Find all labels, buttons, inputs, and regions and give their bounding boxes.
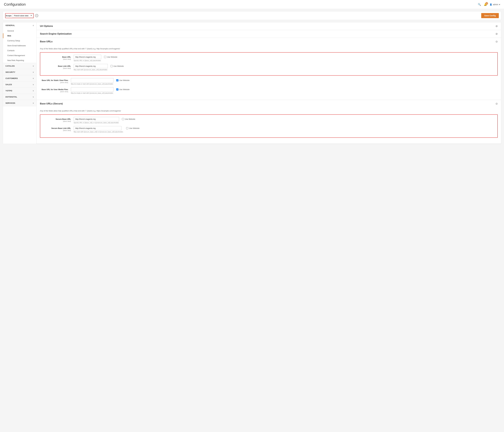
field-hint-base-link-url: May start with {{unsecure_base_url}} pla… — [74, 69, 108, 71]
section-toggle-base-urls[interactable]: ⊙ — [495, 40, 498, 43]
field-row-secure-base-url: Secure Base URL[store view]Specify URL o… — [43, 117, 495, 123]
sidebar-section-header-customers[interactable]: CUSTOMERS∨ — [3, 75, 36, 81]
field-label-base-url: Base URL[store view] — [43, 55, 74, 60]
config-section-base-urls: Base URLs⊙Any of the fields allow fully … — [36, 38, 501, 100]
content-area: Url Options⊘Search Engine Optimization⊘B… — [36, 22, 501, 144]
help-icon[interactable]: ? — [35, 14, 38, 17]
sidebar-section-label-customers: CUSTOMERS — [6, 77, 18, 79]
field-input-secure-base-link-url[interactable] — [74, 126, 122, 130]
field-label-sub-base-url: [store view] — [43, 58, 71, 60]
sidebar-section-header-catalog[interactable]: CATALOG∨ — [3, 63, 36, 69]
field-hint-secure-base-url: Specify URL or {{base_url}}, or {{unsecu… — [74, 122, 119, 123]
search-icon[interactable]: 🔍 — [478, 3, 481, 6]
sidebar-item-new-relic-item[interactable]: New Relic Reporting — [3, 58, 36, 63]
sidebar-section-chevron-customers: ∨ — [33, 78, 34, 79]
field-row-base-url-static: Base URL for Static View Files[store vie… — [40, 78, 498, 85]
field-control-base-link-url: May start with {{unsecure_base_url}} pla… — [74, 64, 127, 71]
sidebar-section-label-security: SECURITY — [6, 71, 15, 73]
sidebar-section-chevron-general: ∧ — [33, 25, 34, 26]
field-input-base-url-static[interactable] — [71, 78, 114, 82]
field-label-main-secure-base-url: Secure Base URL — [43, 118, 71, 120]
config-section-header-seo[interactable]: Search Engine Optimization⊘ — [36, 30, 501, 38]
sidebar-section-yotpo: YOTPO∨ — [3, 88, 36, 94]
field-control-base-url-static: May be empty or start with {{unsecure_ba… — [71, 78, 133, 85]
field-checkbox-base-url-static[interactable] — [116, 79, 118, 81]
field-input-base-url-media[interactable] — [71, 87, 114, 92]
header-actions: 🔍 🔔 10 👤 admin ▾ — [478, 3, 500, 6]
scope-label: Scope: — [6, 15, 12, 17]
section-desc-base-urls-secure: Any of the fields allow fully qualified … — [40, 110, 498, 112]
field-input-base-link-url[interactable] — [74, 64, 108, 68]
sidebar-section-header-sales[interactable]: SALES∨ — [3, 81, 36, 88]
field-checkbox-base-link-url[interactable] — [110, 65, 113, 67]
field-label-sub-secure-base-url: [store view] — [43, 120, 71, 122]
field-control-base-url: Specify URL or {{base_url}} placeholder.… — [74, 55, 121, 62]
field-checkbox-label-base-url: Use Website — [107, 56, 117, 58]
field-label-base-link-url: Base Link URL[store view] — [43, 64, 74, 69]
sidebar-item-general-item[interactable]: General — [3, 28, 36, 33]
red-border-group-base-urls-secure: Secure Base URL[store view]Specify URL o… — [40, 115, 498, 138]
field-input-secure-base-url[interactable] — [74, 117, 119, 121]
section-toggle-url-options[interactable]: ⊘ — [495, 25, 498, 28]
sidebar-item-web-item[interactable]: Web — [3, 33, 36, 38]
admin-chevron-icon: ▾ — [499, 3, 500, 6]
config-section-header-base-urls-secure[interactable]: Base URLs (Secure)⊙ — [36, 100, 501, 107]
field-label-secure-base-url: Secure Base URL[store view] — [43, 117, 74, 122]
sidebar-section-chevron-services: ∨ — [33, 102, 34, 104]
field-control-base-url-media: May be empty or start with {{unsecure_ba… — [71, 87, 133, 94]
sidebar-item-contacts-item[interactable]: Contacts — [3, 48, 36, 53]
section-toggle-base-urls-secure[interactable]: ⊙ — [495, 102, 498, 105]
field-checkbox-secure-base-link-url[interactable] — [126, 127, 128, 129]
config-section-header-url-options[interactable]: Url Options⊘ — [36, 22, 501, 30]
field-checkbox-base-url[interactable] — [104, 56, 106, 58]
field-checkbox-base-url-media[interactable] — [116, 88, 118, 90]
sidebar-section-sales: SALES∨ — [3, 81, 36, 88]
save-config-button[interactable]: Save Config — [481, 13, 499, 18]
section-body-base-urls: Any of the fields allow fully qualified … — [36, 45, 501, 100]
sidebar-section-label-dotdigital: DOTDIGITAL — [6, 96, 17, 98]
admin-user-menu[interactable]: 👤 admin ▾ — [490, 3, 500, 6]
notification-count: 10 — [486, 2, 488, 5]
field-label-base-url-media: Base URL for User Media Files[store view… — [40, 87, 71, 92]
field-control-secure-base-url: Specify URL or {{base_url}}, or {{unsecu… — [74, 117, 139, 123]
sidebar-section-header-general[interactable]: GENERAL∧ — [3, 22, 36, 28]
field-hint-base-url-static: May be empty or start with {{unsecure_ba… — [71, 83, 114, 85]
sidebar-item-store-email-item[interactable]: Store Email Addresses — [3, 43, 36, 48]
field-input-base-url[interactable] — [74, 55, 101, 59]
notification-bell[interactable]: 🔔 10 — [484, 3, 487, 6]
config-section-title-base-urls: Base URLs — [40, 40, 53, 43]
field-label-main-secure-base-link-url: Secure Base Link URL — [43, 127, 71, 129]
red-border-group-base-urls: Base URL[store view]Specify URL or {{bas… — [40, 52, 498, 76]
sidebar-item-content-management-item[interactable]: Content Management — [3, 53, 36, 58]
scope-bar: Scope: French store view Default Store V… — [3, 11, 501, 20]
field-checkbox-label-base-link-url: Use Website — [114, 65, 124, 67]
field-label-sub-base-link-url: [store view] — [43, 67, 71, 69]
page-title: Configuration — [4, 2, 26, 7]
sidebar-section-header-services[interactable]: SERVICES∨ — [3, 100, 36, 106]
sidebar-section-label-sales: SALES — [6, 83, 12, 86]
section-toggle-seo[interactable]: ⊘ — [495, 32, 498, 35]
sidebar-section-header-yotpo[interactable]: YOTPO∨ — [3, 88, 36, 94]
field-row-secure-base-link-url: Secure Base Link URL[store view]May star… — [43, 126, 495, 133]
field-control-secure-base-link-url: May start with {{secure_base_url}} or {{… — [74, 126, 143, 133]
config-section-title-seo: Search Engine Optimization — [40, 33, 72, 35]
field-checkbox-row-base-url: Use Website — [103, 55, 121, 58]
field-checkbox-label-secure-base-url: Use Website — [125, 118, 135, 120]
sidebar-section-header-security[interactable]: SECURITY∨ — [3, 69, 36, 75]
config-section-base-urls-secure: Base URLs (Secure)⊙Any of the fields all… — [36, 100, 501, 144]
sidebar-section-header-dotdigital[interactable]: DOTDIGITAL∨ — [3, 94, 36, 100]
sidebar: GENERAL∧GeneralWebCurrency SetupStore Em… — [3, 22, 36, 144]
sidebar-item-currency-setup-item[interactable]: Currency Setup — [3, 38, 36, 43]
config-section-header-base-urls[interactable]: Base URLs⊙ — [36, 38, 501, 45]
field-checkbox-secure-base-url[interactable] — [122, 118, 124, 120]
field-checkbox-label-secure-base-link-url: Use Website — [129, 127, 139, 129]
field-input-wrap-secure-base-url: Specify URL or {{base_url}}, or {{unsecu… — [74, 117, 119, 123]
sidebar-section-label-yotpo: YOTPO — [6, 90, 12, 92]
field-input-wrap-base-url: Specify URL or {{base_url}} placeholder. — [74, 55, 101, 62]
field-hint-secure-base-link-url: May start with {{secure_base_url}} or {{… — [74, 131, 123, 133]
field-hint-base-url-media: May be empty or start with {{unsecure_ba… — [71, 92, 114, 94]
field-hint-base-url: Specify URL or {{base_url}} placeholder. — [74, 60, 101, 62]
scope-dropdown[interactable]: French store view Default Store View Mai… — [12, 14, 33, 18]
section-desc-base-urls: Any of the fields allow fully qualified … — [40, 48, 498, 50]
sidebar-section-security: SECURITY∨ — [3, 69, 36, 75]
